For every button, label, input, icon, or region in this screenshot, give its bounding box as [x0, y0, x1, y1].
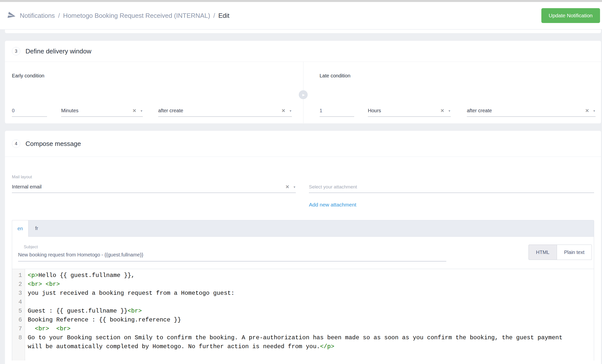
line-number: 5 — [12, 307, 25, 316]
line-number: 3 — [12, 289, 25, 298]
step-number-badge: 3 — [12, 47, 20, 55]
line-number: 1 — [12, 271, 25, 280]
add-new-attachment-link[interactable]: Add new attachment — [309, 202, 356, 208]
delivery-window-body: Early condition Minutes ✕ ▾ after create… — [5, 62, 601, 123]
code-text[interactable]: Guest : {{ guest.fullname }}<br> — [25, 307, 570, 316]
attachment-select[interactable] — [309, 181, 594, 193]
clear-icon[interactable]: ✕ — [440, 108, 444, 113]
code-line[interactable]: 3you just received a booking request fro… — [12, 289, 594, 298]
plain-text-format-button[interactable]: Plain text — [557, 245, 592, 260]
line-number: 2 — [12, 280, 25, 289]
late-condition-label: Late condition — [320, 73, 601, 79]
late-condition-panel: Late condition Hours ✕ ▾ after create ✕ — [303, 62, 601, 123]
late-unit-select[interactable]: Hours ✕ ▾ — [368, 102, 451, 117]
dropdown-caret-icon[interactable]: ▾ — [593, 109, 595, 113]
page-header: Notifications / Hometogo Booking Request… — [0, 2, 602, 29]
section-header: 3 Define delivery window — [5, 41, 601, 62]
code-line[interactable]: 2<br> <br> — [12, 280, 594, 289]
code-text[interactable]: Go to your Booking section on Smily to c… — [25, 333, 570, 351]
step-number-badge: 4 — [12, 139, 20, 148]
code-text[interactable]: <p>Hello {{ guest.fullname }}, — [25, 271, 570, 280]
dropdown-caret-icon[interactable]: ▾ — [449, 109, 450, 113]
code-text[interactable]: Booking Reference : {{ booking.reference… — [25, 316, 570, 324]
previous-card-edge — [5, 30, 601, 33]
late-value-field[interactable] — [320, 102, 354, 117]
compose-body: Mail layout Internal email ✕ ▾ Add new a… — [5, 157, 601, 361]
html-format-button[interactable]: HTML — [528, 245, 557, 260]
mail-layout-field: Mail layout Internal email ✕ ▾ — [12, 175, 296, 208]
late-direction-select[interactable]: after create ✕ ▾ — [467, 102, 596, 117]
mail-layout-value: Internal email — [12, 184, 42, 190]
dropdown-caret-icon[interactable]: ▾ — [290, 109, 291, 113]
breadcrumb-separator: / — [58, 12, 60, 20]
clear-icon[interactable]: ✕ — [585, 108, 589, 113]
paper-plane-icon — [7, 11, 16, 20]
section-title: Define delivery window — [25, 47, 91, 55]
breadcrumb-link-notifications[interactable]: Notifications — [20, 12, 55, 20]
tab-content: Subject HTML Plain text 1<p>Hello {{ gue… — [12, 237, 594, 361]
clear-icon[interactable]: ✕ — [281, 108, 285, 113]
early-value-input[interactable] — [12, 108, 47, 114]
code-text[interactable]: <br> <br> — [25, 324, 570, 333]
code-line[interactable]: 7 <br> <br> — [12, 324, 594, 333]
line-number: 8 — [12, 333, 25, 351]
code-line[interactable]: 6Booking Reference : {{ booking.referenc… — [12, 316, 594, 324]
early-condition-label: Early condition — [12, 73, 303, 79]
section-header: 4 Compose message — [5, 131, 601, 157]
breadcrumb-current-edit: Edit — [218, 12, 229, 20]
subject-field: Subject — [18, 245, 446, 261]
early-value-field[interactable] — [12, 102, 47, 117]
mail-layout-label: Mail layout — [12, 175, 296, 180]
late-value-input[interactable] — [320, 108, 354, 114]
mail-layout-select[interactable]: Internal email ✕ ▾ — [12, 181, 296, 193]
early-direction-value: after create — [158, 108, 183, 114]
line-number: 4 — [12, 298, 25, 307]
tab-en[interactable]: en — [12, 220, 28, 237]
late-direction-value: after create — [467, 108, 492, 114]
message-editor-panel: en fr Subject HTML Plain text 1<p>Hello … — [12, 220, 594, 361]
code-text[interactable]: <br> <br> — [25, 280, 570, 289]
line-number: 7 — [12, 324, 25, 333]
html-code-editor[interactable]: 1<p>Hello {{ guest.fullname }},2<br> <br… — [12, 269, 594, 361]
code-line[interactable]: 5Guest : {{ guest.fullname }}<br> — [12, 307, 594, 316]
locale-tab-strip: en fr — [12, 220, 594, 237]
update-notification-button[interactable]: Update Notification — [541, 8, 600, 23]
code-line[interactable]: 4 — [12, 298, 594, 307]
early-unit-value: Minutes — [61, 108, 78, 114]
play-icon: ▶ — [299, 90, 308, 99]
early-condition-panel: Early condition Minutes ✕ ▾ after create… — [5, 62, 303, 123]
subject-label: Subject — [24, 245, 446, 250]
dropdown-caret-icon[interactable]: ▾ — [294, 185, 295, 189]
line-number: 6 — [12, 316, 25, 324]
breadcrumb-link-notification-name[interactable]: Hometogo Booking Request Received (INTER… — [63, 12, 210, 20]
breadcrumb: Notifications / Hometogo Booking Request… — [7, 11, 229, 20]
code-line[interactable]: 8Go to your Booking section on Smily to … — [12, 333, 594, 351]
section-title: Compose message — [25, 140, 81, 148]
dropdown-caret-icon[interactable]: ▾ — [141, 109, 142, 113]
tab-fr[interactable]: fr — [28, 220, 45, 236]
format-toggle-group: HTML Plain text — [528, 245, 592, 260]
code-text[interactable]: you just received a booking request from… — [25, 289, 570, 298]
code-line[interactable]: 1<p>Hello {{ guest.fullname }}, — [12, 271, 594, 280]
early-direction-select[interactable]: after create ✕ ▾ — [158, 102, 292, 117]
compose-message-section: 4 Compose message Mail layout Internal e… — [5, 131, 601, 364]
breadcrumb-separator: / — [213, 12, 215, 20]
window-top-edge — [0, 0, 602, 2]
clear-icon[interactable]: ✕ — [285, 184, 289, 189]
code-text[interactable] — [25, 298, 570, 307]
late-unit-value: Hours — [368, 108, 381, 114]
subject-input[interactable] — [18, 252, 446, 261]
attachment-field: Add new attachment — [309, 175, 594, 208]
early-unit-select[interactable]: Minutes ✕ ▾ — [61, 102, 143, 117]
attachment-input[interactable] — [309, 184, 594, 190]
clear-icon[interactable]: ✕ — [132, 108, 136, 113]
define-delivery-window-section: 3 Define delivery window Early condition… — [5, 41, 601, 123]
